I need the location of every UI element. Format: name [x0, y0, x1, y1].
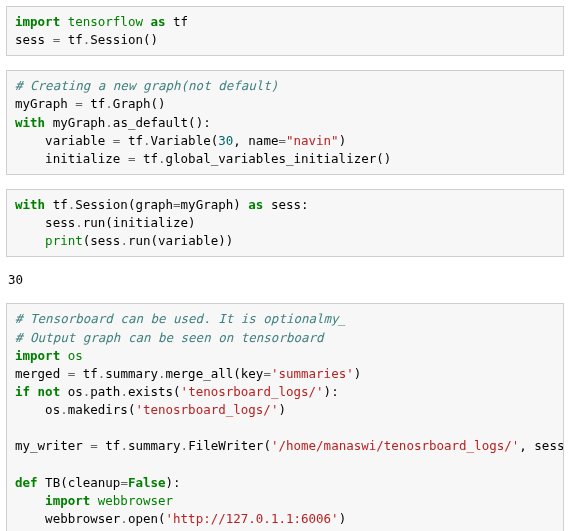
tok	[15, 493, 45, 508]
tok: , name	[233, 133, 278, 148]
code-cell-2: # Creating a new graph(not default) myGr…	[6, 70, 564, 175]
code-cell-4: # Tensorboard can be used. It is optiona…	[6, 303, 564, 531]
op-eq: =	[263, 366, 271, 381]
op-dot: .	[105, 96, 113, 111]
mod-tf: tensorflow	[68, 14, 143, 29]
alias-tf: tf	[173, 14, 188, 29]
kw-not: not	[38, 384, 61, 399]
tok: summary	[128, 438, 181, 453]
code-cell-1: import tensorflow as tf sess = tf.Sessio…	[6, 6, 564, 56]
tok: )	[339, 133, 347, 148]
tok: myGraph	[45, 115, 105, 130]
kw-with: with	[15, 115, 45, 130]
tok: path	[90, 384, 120, 399]
op-dot: .	[60, 402, 68, 417]
tok: sess	[15, 215, 75, 230]
op-eq: =	[75, 96, 83, 111]
op-eq: =	[173, 197, 181, 212]
tok: )	[354, 366, 362, 381]
kw-import: import	[15, 348, 60, 363]
tok: merged	[15, 366, 68, 381]
op-eq: =	[120, 475, 128, 490]
op-eq: =	[90, 438, 98, 453]
fn-print: print	[45, 233, 83, 248]
op-dot: .	[120, 233, 128, 248]
tok: os	[15, 402, 60, 417]
tok: myGraph)	[181, 197, 249, 212]
tok: tf	[60, 32, 83, 47]
kw-with: with	[15, 197, 45, 212]
tok: )	[278, 402, 286, 417]
mod-webbrowser: webbrowser	[98, 493, 173, 508]
tok: (sess	[83, 233, 121, 248]
tok: Session()	[90, 32, 158, 47]
tok: os	[60, 384, 83, 399]
tok: summary	[105, 366, 158, 381]
op-eq: =	[278, 133, 286, 148]
tok: exists(	[128, 384, 181, 399]
tok: my_writer	[15, 438, 90, 453]
tok: as_default():	[113, 115, 211, 130]
tok: run(variable))	[128, 233, 233, 248]
tok: (cleanup	[60, 475, 120, 490]
op-dot: .	[158, 151, 166, 166]
str-summaries: 'summaries'	[271, 366, 354, 381]
tok: tf	[45, 197, 68, 212]
tok: variable	[15, 133, 113, 148]
tok: Session(graph	[75, 197, 173, 212]
code-cell-3: with tf.Session(graph=myGraph) as sess: …	[6, 189, 564, 257]
tok: )	[339, 511, 347, 526]
tok: myGraph	[15, 96, 75, 111]
tok: tf	[120, 133, 143, 148]
op-dot: .	[120, 511, 128, 526]
op-dot: .	[105, 115, 113, 130]
fn-tb: TB	[45, 475, 60, 490]
op-dot: .	[75, 215, 83, 230]
tok: merge_all(key	[166, 366, 264, 381]
tok: Graph()	[113, 96, 166, 111]
tok: tf	[98, 438, 121, 453]
kw-import: import	[15, 14, 60, 29]
tok: tf	[83, 96, 106, 111]
op-dot: .	[181, 438, 189, 453]
tok: sess:	[263, 197, 308, 212]
kw-as: as	[150, 14, 165, 29]
comment: # Creating a new graph(not default)	[15, 78, 278, 93]
tok: FileWriter(	[188, 438, 271, 453]
op-dot: .	[158, 366, 166, 381]
tok: Variable(	[150, 133, 218, 148]
mod-os: os	[68, 348, 83, 363]
kw-false: False	[128, 475, 166, 490]
comment: # Tensorboard can be used. It is optiona…	[15, 311, 346, 326]
tok: tf	[135, 151, 158, 166]
output-cell-3: 30	[6, 271, 564, 289]
kw-as: as	[248, 197, 263, 212]
op-dot: .	[120, 384, 128, 399]
tok: ):	[324, 384, 339, 399]
str-path: '/home/manaswi/tenosrboard_logs/'	[271, 438, 519, 453]
tok: initialize	[15, 151, 128, 166]
tok: makedirs(	[68, 402, 136, 417]
tok: webbrowser	[15, 511, 120, 526]
str-url: 'http://127.0.1.1:6006'	[166, 511, 339, 526]
kw-import: import	[45, 493, 90, 508]
num-30: 30	[218, 133, 233, 148]
tok: tf	[75, 366, 98, 381]
comment: # Output graph can be seen on tensorboar…	[15, 330, 324, 345]
str-logs: 'tenosrboard_logs/'	[135, 402, 278, 417]
tok: , sess	[519, 438, 564, 453]
op-dot: .	[120, 438, 128, 453]
str-logs: 'tenosrboard_logs/'	[181, 384, 324, 399]
tok: ):	[166, 475, 181, 490]
tok: global_variables_initializer()	[166, 151, 392, 166]
tok: open(	[128, 511, 166, 526]
str-navin: "navin"	[286, 133, 339, 148]
kw-def: def	[15, 475, 38, 490]
tok: run(initialize)	[83, 215, 196, 230]
tok: sess	[15, 32, 53, 47]
kw-if: if	[15, 384, 30, 399]
tok	[15, 233, 45, 248]
